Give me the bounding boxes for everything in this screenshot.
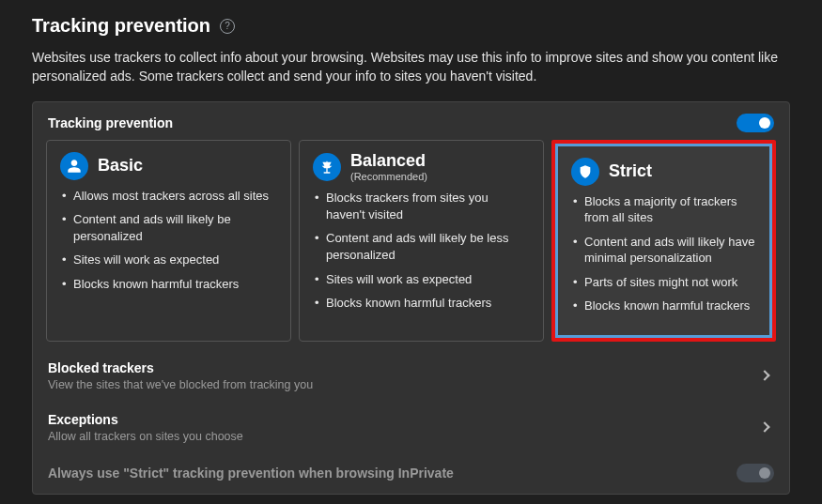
- tile-strict-point: Blocks a majority of trackers from all s…: [571, 193, 756, 226]
- blocked-trackers-subtitle: View the sites that we've blocked from t…: [48, 378, 313, 391]
- tile-balanced-point: Blocks trackers from sites you haven't v…: [313, 190, 530, 222]
- page-description: Websites use trackers to collect info ab…: [32, 48, 783, 86]
- tile-basic-point: Allows most trackers across all sites: [60, 188, 277, 205]
- exceptions-title: Exceptions: [48, 412, 243, 427]
- help-icon[interactable]: ?: [220, 19, 235, 34]
- tile-balanced-point: Content and ads will likely be less pers…: [313, 230, 530, 263]
- inprivate-strict-row: Always use "Strict" tracking prevention …: [46, 454, 776, 490]
- tile-basic-point: Sites will work as expected: [60, 252, 277, 268]
- tile-balanced-subtitle: (Recommended): [350, 171, 427, 182]
- tile-basic-point: Content and ads will likely be personali…: [60, 211, 277, 244]
- tracking-prevention-card: Tracking prevention Basic Allows most tr…: [32, 101, 790, 495]
- tracking-prevention-toggle[interactable]: [737, 114, 774, 132]
- blocked-trackers-row[interactable]: Blocked trackers View the sites that we'…: [46, 351, 776, 403]
- tile-strict-point: Blocks known harmful trackers: [571, 298, 756, 314]
- tile-balanced[interactable]: Balanced (Recommended) Blocks trackers f…: [299, 140, 544, 342]
- tile-balanced-point: Sites will work as expected: [313, 271, 530, 288]
- tile-basic-point: Blocks known harmful trackers: [60, 276, 277, 293]
- chevron-right-icon: [759, 422, 769, 433]
- card-title: Tracking prevention: [48, 115, 173, 130]
- exceptions-subtitle: Allow all trackers on sites you choose: [48, 430, 243, 443]
- user-head-icon: [60, 152, 88, 180]
- tile-balanced-point: Blocks known harmful trackers: [313, 295, 530, 312]
- inprivate-strict-toggle[interactable]: [737, 464, 774, 482]
- page-header: Tracking prevention ?: [32, 15, 790, 37]
- chevron-right-icon: [759, 371, 769, 381]
- tile-strict[interactable]: Strict Blocks a majority of trackers fro…: [555, 144, 772, 338]
- tile-strict-point: Content and ads will likely have minimal…: [571, 234, 756, 267]
- tile-strict-highlight: Strict Blocks a majority of trackers fro…: [551, 140, 776, 342]
- tile-basic[interactable]: Basic Allows most trackers across all si…: [46, 140, 291, 342]
- tile-basic-title: Basic: [98, 157, 143, 176]
- tile-balanced-title: Balanced: [350, 152, 427, 171]
- level-tiles: Basic Allows most trackers across all si…: [46, 140, 776, 342]
- shield-icon: [571, 158, 599, 186]
- inprivate-strict-title: Always use "Strict" tracking prevention …: [48, 466, 454, 481]
- scales-icon: [313, 153, 341, 181]
- page-title: Tracking prevention: [32, 15, 210, 37]
- exceptions-row[interactable]: Exceptions Allow all trackers on sites y…: [46, 403, 776, 454]
- tile-strict-point: Parts of sites might not work: [571, 274, 756, 291]
- tile-strict-title: Strict: [609, 162, 652, 181]
- blocked-trackers-title: Blocked trackers: [48, 360, 313, 375]
